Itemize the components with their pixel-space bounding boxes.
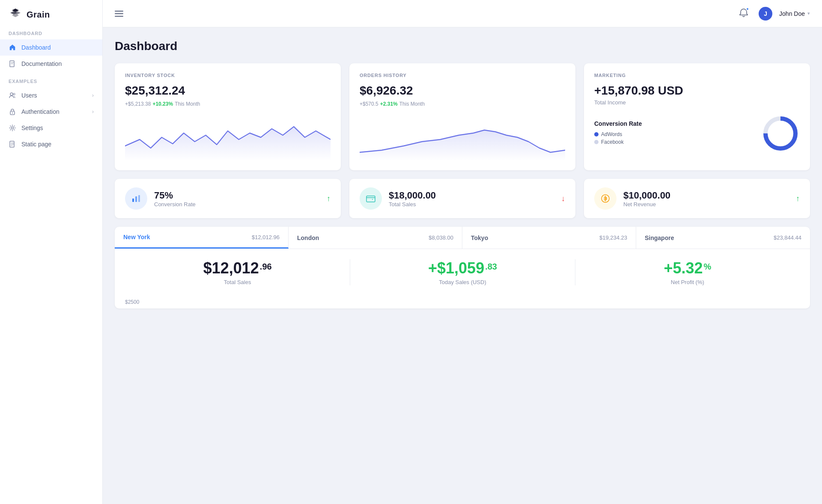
adwords-legend: AdWords xyxy=(594,131,642,137)
stats-row: 75% Conversion Rate ↑ $18,000.00 Total S… xyxy=(115,179,810,218)
dashboard-area: Dashboard INVENTORY STOCK $25,312.24 +$5… xyxy=(103,27,822,504)
stat-card-total-sales: $18,000.00 Total Sales ↓ xyxy=(349,179,575,218)
svg-rect-11 xyxy=(138,195,140,202)
sidebar-item-users[interactable]: Users › xyxy=(0,87,102,104)
menu-button[interactable] xyxy=(115,11,123,17)
net-revenue-stat-info: $10,000.00 Net Revenue xyxy=(623,190,670,208)
svg-point-1 xyxy=(10,93,13,95)
orders-sub-suffix: This Month xyxy=(399,101,425,107)
tab-new-york[interactable]: New York $12,012.96 xyxy=(115,227,289,249)
tab-london[interactable]: London $8,038.00 xyxy=(289,227,462,249)
metric-total-sales-value: $12,012.96 xyxy=(134,259,341,277)
tab-new-york-value: $12,012.96 xyxy=(252,234,280,240)
cards-row-1: INVENTORY STOCK $25,312.24 +$5,213.38 +1… xyxy=(115,63,810,170)
metric-today-sales-label: Today Sales (USD) xyxy=(359,279,566,285)
avatar: J xyxy=(759,7,772,21)
sidebar-item-authentication[interactable]: Authentication › xyxy=(0,104,102,120)
metric-net-profit: +5.32% Net Profit (%) xyxy=(575,259,800,285)
inventory-sub: +$5,213.38 +10.23% This Month xyxy=(125,101,331,107)
sidebar-item-static-page[interactable]: Static page xyxy=(0,136,102,152)
sidebar-item-settings[interactable]: Settings xyxy=(0,120,102,136)
location-data: $12,012.96 Total Sales +$1,059.83 Today … xyxy=(115,249,810,296)
orders-history-card: ORDERS HISTORY $6,926.32 +$570.5 +2.31% … xyxy=(349,63,575,170)
gear-icon xyxy=(9,124,16,132)
sidebar-item-static-page-label: Static page xyxy=(21,141,51,148)
orders-sub-amount: +$570.5 xyxy=(360,101,378,107)
sidebar-item-users-label: Users xyxy=(21,92,37,99)
sidebar-section-examples: Examples xyxy=(0,79,102,87)
conversion-info: Conversion Rate AdWords Facebook xyxy=(594,120,642,147)
orders-label: ORDERS HISTORY xyxy=(360,73,565,78)
conversion-stat-label: Conversion Rate xyxy=(154,201,196,208)
orders-chart xyxy=(360,114,565,161)
metric-total-sales-label: Total Sales xyxy=(134,279,341,285)
notification-button[interactable] xyxy=(739,8,748,19)
facebook-dot xyxy=(594,140,599,144)
page-icon xyxy=(9,140,16,148)
sidebar: Grain Dashboard Dashboard Documentation … xyxy=(0,0,103,504)
tab-new-york-name: New York xyxy=(123,234,150,240)
sidebar-item-documentation-label: Documentation xyxy=(21,60,62,67)
conversion-rate-label: Conversion Rate xyxy=(594,120,642,127)
svg-point-4 xyxy=(12,113,13,113)
sidebar-section-dashboard: Dashboard xyxy=(0,31,102,39)
metric-today-sales: +$1,059.83 Today Sales (USD) xyxy=(350,259,575,285)
inventory-sub-amount: +$5,213.38 xyxy=(125,101,151,107)
tab-singapore-value: $23,844.44 xyxy=(774,234,801,241)
dollar-icon xyxy=(600,193,611,204)
sidebar-item-documentation[interactable]: Documentation xyxy=(0,56,102,72)
metric-net-profit-value: +5.32% xyxy=(584,259,791,277)
total-sales-stat-info: $18,000.00 Total Sales xyxy=(389,190,436,208)
facebook-label: Facebook xyxy=(601,139,624,145)
marketing-total-income: Total Income xyxy=(594,99,800,106)
conversion-arrow-icon: ↑ xyxy=(327,194,331,203)
user-menu[interactable]: John Doe ▾ xyxy=(779,10,810,17)
doc-icon xyxy=(9,60,16,68)
orders-amount: $6,926.32 xyxy=(360,84,565,98)
logo: Grain xyxy=(0,9,102,31)
inventory-chart xyxy=(125,114,331,161)
orders-sub: +$570.5 +2.31% This Month xyxy=(360,101,565,107)
inventory-label: INVENTORY STOCK xyxy=(125,73,331,78)
tab-london-value: $8,038.00 xyxy=(429,234,453,241)
location-section: New York $12,012.96 London $8,038.00 Tok… xyxy=(115,227,810,308)
sidebar-item-authentication-label: Authentication xyxy=(21,108,60,115)
notification-badge xyxy=(746,7,749,11)
logo-text: Grain xyxy=(27,10,50,20)
facebook-legend: Facebook xyxy=(594,139,642,145)
wallet-icon xyxy=(366,193,376,204)
location-chart-y-label: $2500 xyxy=(115,296,810,308)
marketing-amount: +15,870.98 USD xyxy=(594,84,800,98)
conversion-stat-icon xyxy=(125,187,147,210)
bar-chart-icon xyxy=(131,193,141,204)
tab-singapore-name: Singapore xyxy=(645,234,674,241)
adwords-dot xyxy=(594,132,599,136)
users-icon xyxy=(9,92,16,99)
stat-card-conversion: 75% Conversion Rate ↑ xyxy=(115,179,341,218)
main-content: J John Doe ▾ Dashboard INVENTORY STOCK $… xyxy=(103,0,822,504)
users-chevron-icon: › xyxy=(92,92,94,98)
svg-rect-9 xyxy=(132,199,134,202)
conversion-stat-info: 75% Conversion Rate xyxy=(154,190,196,208)
marketing-label: MARKETING xyxy=(594,73,800,78)
sidebar-item-dashboard-label: Dashboard xyxy=(21,44,51,51)
net-revenue-stat-icon xyxy=(594,187,616,210)
sidebar-item-dashboard[interactable]: Dashboard xyxy=(0,39,102,56)
svg-point-5 xyxy=(12,127,14,129)
tab-singapore[interactable]: Singapore $23,844.44 xyxy=(636,227,810,249)
svg-rect-10 xyxy=(135,196,137,202)
total-sales-stat-label: Total Sales xyxy=(389,201,436,208)
grain-logo-icon xyxy=(9,9,22,21)
tab-tokyo-name: Tokyo xyxy=(471,234,488,241)
tab-tokyo[interactable]: Tokyo $19,234.23 xyxy=(462,227,636,249)
conversion-stat-value: 75% xyxy=(154,190,196,201)
inventory-sub-suffix: This Month xyxy=(175,101,200,107)
net-revenue-arrow-icon: ↑ xyxy=(796,194,800,203)
inventory-amount: $25,312.24 xyxy=(125,84,331,98)
authentication-chevron-icon: › xyxy=(92,109,94,115)
user-chevron-icon: ▾ xyxy=(807,11,810,16)
location-tabs: New York $12,012.96 London $8,038.00 Tok… xyxy=(115,227,810,249)
total-sales-stat-value: $18,000.00 xyxy=(389,190,436,201)
tab-tokyo-value: $19,234.23 xyxy=(599,234,627,241)
inventory-sub-percent: +10.23% xyxy=(152,101,173,107)
